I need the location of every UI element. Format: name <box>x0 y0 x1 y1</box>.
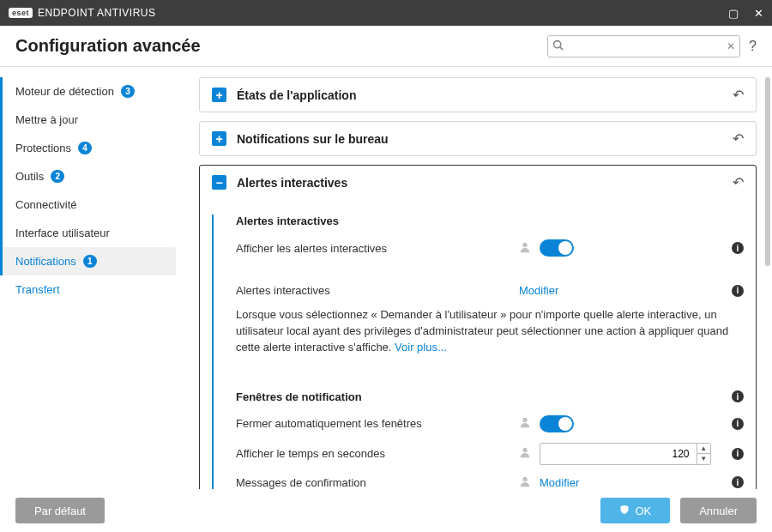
panel-header-desktop-notifications[interactable]: + Notifications sur le bureau ↶ <box>200 122 756 155</box>
revert-icon[interactable]: ↶ <box>733 87 744 103</box>
svg-point-5 <box>522 476 527 481</box>
description-text: Lorsque vous sélectionnez « Demander à l… <box>236 302 744 360</box>
sidebar-item-notifications[interactable]: Notifications 1 <box>0 247 176 275</box>
person-icon <box>519 241 531 256</box>
ok-button[interactable]: OK <box>600 498 670 523</box>
default-button[interactable]: Par défaut <box>15 498 105 523</box>
section-heading: Fenêtres de notification i <box>236 390 744 403</box>
info-icon[interactable]: i <box>732 242 744 254</box>
sidebar-item-protections[interactable]: Protections 4 <box>0 134 176 162</box>
sidebar-item-label: Moteur de détection <box>15 85 114 98</box>
footer: Par défaut OK Annuler <box>0 489 772 532</box>
toggle-autoclose[interactable] <box>540 415 574 432</box>
number-input-wrap: ▲ ▼ <box>540 443 711 465</box>
shield-icon <box>619 505 630 517</box>
sidebar-item-connectivity[interactable]: Connectivité <box>0 190 176 219</box>
product-name: ENDPOINT ANTIVIRUS <box>38 7 155 19</box>
sidebar-badge: 1 <box>83 255 97 268</box>
panel-title: Alertes interactives <box>237 176 347 190</box>
sidebar-item-label: Interface utilisateur <box>15 227 110 239</box>
row-confirmation-messages: Messages de confirmation Modifier i <box>236 470 744 489</box>
brand-pill: eset <box>9 8 33 18</box>
sidebar-item-label: Notifications <box>15 255 76 268</box>
sidebar: Moteur de détection 3 Mettre à jour Prot… <box>0 67 176 489</box>
panel-title: Notifications sur le bureau <box>237 132 389 146</box>
row-label: Messages de confirmation <box>236 476 519 489</box>
panel-desktop-notifications: + Notifications sur le bureau ↶ <box>199 121 757 156</box>
person-icon <box>519 416 531 431</box>
revert-icon[interactable]: ↶ <box>733 130 744 147</box>
sidebar-item-label: Connectivité <box>15 198 77 211</box>
row-time-seconds: Afficher le temps en secondes ▲ ▼ <box>236 438 744 470</box>
svg-line-1 <box>560 46 563 49</box>
info-icon[interactable]: i <box>732 476 744 488</box>
help-icon[interactable]: ? <box>749 39 757 54</box>
content-area: + États de l'application ↶ + Notificatio… <box>176 67 772 489</box>
sidebar-item-label: Transfert <box>15 283 60 296</box>
titlebar: eset ENDPOINT ANTIVIRUS ▢ ✕ <box>0 0 772 26</box>
maximize-icon[interactable]: ▢ <box>728 7 739 20</box>
window-controls: ▢ ✕ <box>728 7 763 20</box>
row-label: Alertes interactives <box>236 284 519 297</box>
brand: eset ENDPOINT ANTIVIRUS <box>9 7 155 19</box>
info-icon[interactable]: i <box>732 285 744 297</box>
clear-search-icon[interactable]: ✕ <box>727 40 735 52</box>
person-icon <box>519 446 531 461</box>
page-title: Configuration avancée <box>15 36 201 56</box>
person-icon <box>519 475 531 489</box>
row-autoclose-windows: Fermer automatiquement les fenêtres i <box>236 410 744 438</box>
svg-point-2 <box>522 242 527 246</box>
header: Configuration avancée ✕ ? <box>0 26 772 67</box>
info-icon[interactable]: i <box>732 390 744 402</box>
scrollbar[interactable] <box>765 77 770 266</box>
search-input[interactable] <box>547 35 740 57</box>
close-icon[interactable]: ✕ <box>754 7 763 20</box>
svg-point-3 <box>522 418 527 422</box>
stepper-down-icon[interactable]: ▼ <box>697 454 710 464</box>
svg-point-4 <box>522 448 527 452</box>
expand-icon: + <box>212 131 226 146</box>
collapse-icon: − <box>212 175 226 190</box>
cancel-button[interactable]: Annuler <box>680 498 757 523</box>
info-icon[interactable]: i <box>732 418 744 430</box>
edit-link[interactable]: Modifier <box>519 284 558 297</box>
sidebar-item-tools[interactable]: Outils 2 <box>0 162 176 190</box>
sidebar-item-label: Mettre à jour <box>15 113 78 126</box>
panel-title: États de l'application <box>237 88 356 102</box>
row-label: Afficher le temps en secondes <box>236 447 519 460</box>
panel-interactive-alerts: − Alertes interactives ↶ Alertes interac… <box>199 165 757 489</box>
revert-icon[interactable]: ↶ <box>733 174 744 190</box>
svg-point-0 <box>554 40 561 47</box>
sidebar-badge: 3 <box>121 85 135 98</box>
edit-link[interactable]: Modifier <box>540 476 579 489</box>
sidebar-item-label: Protections <box>15 142 71 154</box>
row-label: Fermer automatiquement les fenêtres <box>236 417 519 430</box>
search-field: ✕ <box>547 35 740 57</box>
stepper-up-icon[interactable]: ▲ <box>697 444 710 455</box>
row-label: Afficher les alertes interactives <box>236 242 519 255</box>
row-interactive-alerts-edit: Alertes interactives Modifier i <box>236 279 744 302</box>
sidebar-badge: 4 <box>78 142 92 154</box>
time-seconds-input[interactable] <box>540 444 697 464</box>
search-icon <box>552 39 564 53</box>
expand-icon: + <box>212 88 226 102</box>
sidebar-item-transfer[interactable]: Transfert <box>0 275 176 304</box>
toggle-show-alerts[interactable] <box>540 239 574 257</box>
sidebar-badge: 2 <box>51 170 64 183</box>
section-heading: Alertes interactives <box>236 215 744 227</box>
panel-header-interactive-alerts[interactable]: − Alertes interactives ↶ <box>200 166 756 199</box>
info-icon[interactable]: i <box>732 448 744 460</box>
panel-app-states: + États de l'application ↶ <box>199 77 757 112</box>
see-more-link[interactable]: Voir plus... <box>395 341 447 354</box>
sidebar-item-user-interface[interactable]: Interface utilisateur <box>0 219 176 247</box>
row-show-interactive-alerts: Afficher les alertes interactives i <box>236 234 744 262</box>
panel-header-app-states[interactable]: + États de l'application ↶ <box>200 78 756 112</box>
sidebar-item-update[interactable]: Mettre à jour <box>0 106 176 134</box>
sidebar-item-detection-engine[interactable]: Moteur de détection 3 <box>0 77 176 106</box>
sidebar-item-label: Outils <box>15 170 44 183</box>
